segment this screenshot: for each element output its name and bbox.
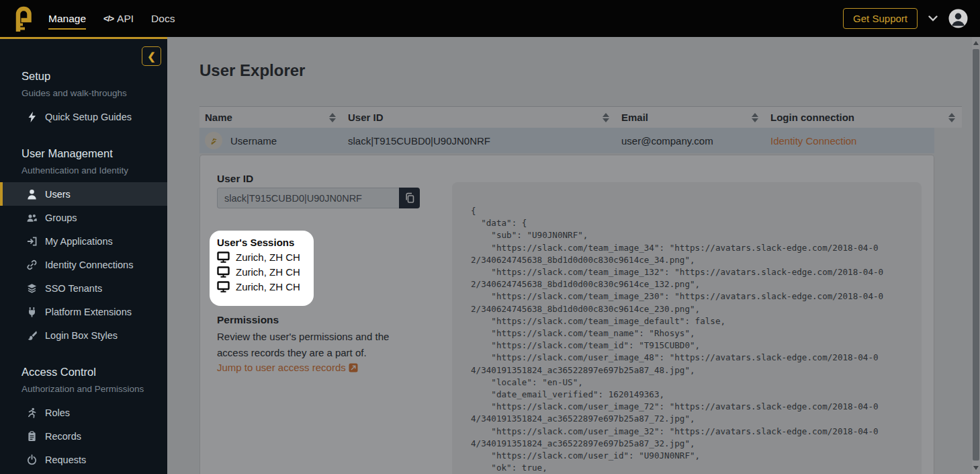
session-item[interactable]: Zurich, ZH CH (217, 266, 307, 278)
nav-docs[interactable]: Docs (151, 13, 175, 25)
user-icon (27, 189, 37, 200)
session-location: Zurich, ZH CH (236, 266, 300, 278)
sidebar-item-label: Quick Setup Guides (45, 112, 132, 122)
session-location: Zurich, ZH CH (236, 281, 300, 292)
sidebar-item-label: SSO Tenants (45, 283, 102, 294)
sidebar-item-label: My Applications (45, 236, 113, 247)
section-title-setup: Setup (0, 70, 167, 83)
session-item[interactable]: Zurich, ZH CH (217, 281, 307, 292)
session-location: Zurich, ZH CH (236, 251, 300, 263)
monitor-icon (217, 266, 230, 278)
sidebar-item-platform-extensions[interactable]: Platform Extensions (0, 300, 167, 323)
bolt-icon (27, 112, 37, 122)
sidebar-item-label: Requests (45, 455, 86, 465)
sidebar: ❮ Setup Guides and walk-throughs Quick S… (0, 37, 167, 474)
chevron-down-icon[interactable] (928, 15, 938, 22)
sidebar-item-label: Users (45, 189, 71, 200)
sidebar-item-login-box-styles[interactable]: Login Box Styles (0, 323, 167, 347)
section-subtitle-setup: Guides and walk-throughs (0, 88, 167, 98)
get-support-button[interactable]: Get Support (843, 8, 918, 29)
sidebar-item-service-clients[interactable]: Service Clients (0, 471, 167, 474)
session-item[interactable]: Zurich, ZH CH (217, 251, 307, 263)
power-icon (27, 455, 37, 465)
sidebar-item-roles[interactable]: Roles (0, 401, 167, 424)
sidebar-item-records[interactable]: Records (0, 424, 167, 448)
sidebar-item-requests[interactable]: Requests (0, 448, 167, 471)
section-title-access-control: Access Control (0, 366, 167, 379)
code-brackets-icon: </> (103, 14, 114, 24)
layers-icon (27, 283, 37, 294)
sidebar-item-sso-tenants[interactable]: SSO Tenants (0, 276, 167, 300)
link-icon (27, 260, 37, 270)
sidebar-collapse-button[interactable]: ❮ (142, 46, 161, 66)
sidebar-item-label: Roles (45, 407, 70, 418)
nav-api[interactable]: </> API (103, 13, 134, 25)
sign-in-icon (27, 236, 37, 247)
sidebar-item-label: Records (45, 431, 81, 442)
user-sessions-title: User's Sessions (217, 237, 307, 248)
monitor-icon (217, 251, 230, 263)
section-subtitle-access-control: Authorization and Permissions (0, 384, 167, 394)
plug-icon (27, 307, 37, 317)
brand-key-icon (12, 5, 34, 32)
app-logo[interactable] (12, 5, 34, 32)
sidebar-item-label: Identity Connections (45, 260, 133, 270)
user-sessions-spotlight: User's Sessions Zurich, ZH CH Zurich, ZH… (210, 231, 314, 306)
sidebar-item-label: Groups (45, 212, 77, 223)
brush-icon (27, 330, 37, 341)
clipboard-icon (27, 431, 37, 442)
sidebar-item-users[interactable]: Users (0, 182, 167, 206)
sidebar-item-label: Login Box Styles (45, 330, 118, 341)
section-subtitle-user-management: Authentication and Identity (0, 165, 167, 175)
top-navbar: Manage </> API Docs Get Support (0, 0, 980, 37)
sidebar-item-identity-connections[interactable]: Identity Connections (0, 253, 167, 276)
nav-manage[interactable]: Manage (48, 13, 86, 30)
sidebar-item-groups[interactable]: Groups (0, 206, 167, 229)
users-icon (27, 212, 37, 223)
section-title-user-management: User Management (0, 147, 167, 160)
sidebar-item-my-applications[interactable]: My Applications (0, 229, 167, 253)
running-person-icon (27, 407, 37, 418)
sidebar-item-quick-setup-guides[interactable]: Quick Setup Guides (0, 105, 167, 128)
main-content: User Explorer Name User ID Email Login c… (167, 37, 980, 474)
user-avatar-icon[interactable] (948, 9, 968, 28)
nav-api-label: API (117, 13, 134, 25)
monitor-icon (217, 281, 230, 292)
sidebar-item-label: Platform Extensions (45, 307, 132, 317)
